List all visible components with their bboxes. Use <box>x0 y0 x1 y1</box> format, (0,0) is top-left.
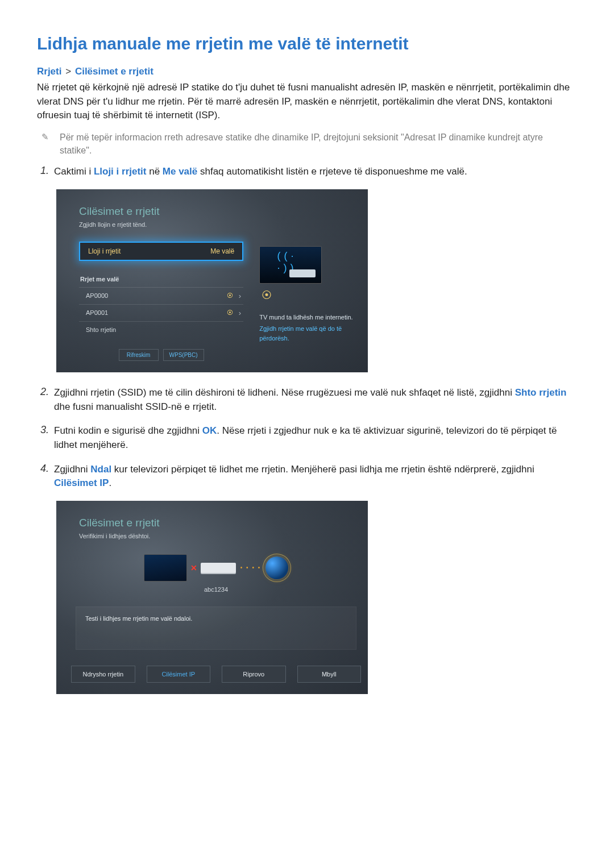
network-type-label: Lloji i rrjetit <box>88 247 121 255</box>
pencil-icon: ✎ <box>42 132 52 142</box>
kw-wireless: Me valë <box>163 166 197 177</box>
page-title: Lidhja manuale me rrjetin me valë të int… <box>37 34 577 53</box>
panel1-subtitle: Zgjidh llojin e rrjetit tënd. <box>79 221 353 228</box>
step-number: 1. <box>37 165 54 177</box>
wps-button[interactable]: WPS(PBC) <box>163 349 204 361</box>
wifi-signal-icon: ⦿ <box>227 292 233 299</box>
network-type-value: Me valë <box>210 247 234 255</box>
panel2-subtitle: Verifikimi i lidhjes dështoi. <box>79 533 353 539</box>
step-1: 1. Caktimi i Lloji i rrjetit në Me valë … <box>37 165 577 179</box>
chevron-right-icon: › <box>239 292 241 300</box>
step-number: 2. <box>37 386 54 398</box>
kw-network-type: Lloji i rrjetit <box>94 166 147 177</box>
x-fail-icon: ✕ <box>190 563 197 572</box>
globe-icon <box>265 556 288 579</box>
wireless-list-header: Rrjet me valë <box>79 273 243 288</box>
step-2: 2. Zgjidhni rrjetin (SSID) me të cilin d… <box>37 386 577 414</box>
wifi-signal-icon: ⦿ <box>227 309 233 316</box>
panel2-title: Cilësimet e rrjetit <box>79 517 353 529</box>
dots-icon: • • • • <box>240 564 261 571</box>
kw-ip-settings: Cilësimet IP <box>54 477 109 488</box>
breadcrumb-b[interactable]: Cilësimet e rrjetit <box>75 66 154 77</box>
wifi-item-0[interactable]: AP0000 ⦿ › <box>79 288 243 305</box>
step-number: 4. <box>37 463 54 475</box>
network-settings-panel-1: Cilësimet e rrjetit Zgjidh llojin e rrje… <box>56 189 368 372</box>
wifi-ssid: AP0000 <box>86 292 108 299</box>
ip-settings-button[interactable]: Cilësimet IP <box>147 666 211 683</box>
router-icon <box>289 269 316 277</box>
network-type-selector[interactable]: Lloji i rrjetit Me valë <box>79 242 243 261</box>
add-network-item[interactable]: Shto rrjetin <box>79 322 243 338</box>
refresh-button[interactable]: Rifreskim <box>119 349 159 361</box>
breadcrumb-sep: > <box>65 66 71 77</box>
close-button[interactable]: Mbyll <box>297 666 362 683</box>
kw-stop: Ndal <box>90 464 111 475</box>
router-icon <box>201 563 236 573</box>
breadcrumb-a[interactable]: Rrjeti <box>37 66 61 77</box>
retry-button[interactable]: Riprovo <box>222 666 286 683</box>
kw-add-network: Shto rrjetin <box>515 387 567 398</box>
note-text: Për më tepër informacion rreth adresave … <box>52 131 577 157</box>
panel1-caption: TV mund ta lidhësh me internetin. Zgjidh… <box>259 313 353 343</box>
wifi-item-1[interactable]: AP0001 ⦿ › <box>79 305 243 322</box>
breadcrumb: Rrjeti > Cilësimet e rrjetit <box>37 66 577 77</box>
connection-diagram: ✕ • • • • <box>79 554 353 582</box>
tv-icon <box>144 554 187 582</box>
change-network-button[interactable]: Ndrysho rrjetin <box>71 666 135 683</box>
step-3: 3. Futni kodin e sigurisë dhe zgjidhni O… <box>37 424 577 452</box>
status-message: Testi i lidhjes me rrjetin me valë ndalo… <box>76 607 356 650</box>
router-label: abc1234 <box>79 586 353 593</box>
intro-text: Në rrjetet që kërkojnë një adresë IP sta… <box>37 81 577 123</box>
network-settings-panel-2: Cilësimet e rrjetit Verifikimi i lidhjes… <box>56 501 368 694</box>
step-4: 4. Zgjidhni Ndal kur televizori përpiqet… <box>37 463 577 491</box>
kw-ok: OK <box>202 425 217 436</box>
wifi-icon: ⦿ <box>262 289 272 301</box>
step-number: 3. <box>37 424 54 436</box>
chevron-right-icon: › <box>239 309 241 317</box>
tv-illustration: ((· ·)) <box>259 246 322 284</box>
wifi-ssid: AP0001 <box>86 309 108 316</box>
note: ✎ Për më tepër informacion rreth adresav… <box>37 131 577 157</box>
panel1-title: Cilësimet e rrjetit <box>79 205 353 218</box>
